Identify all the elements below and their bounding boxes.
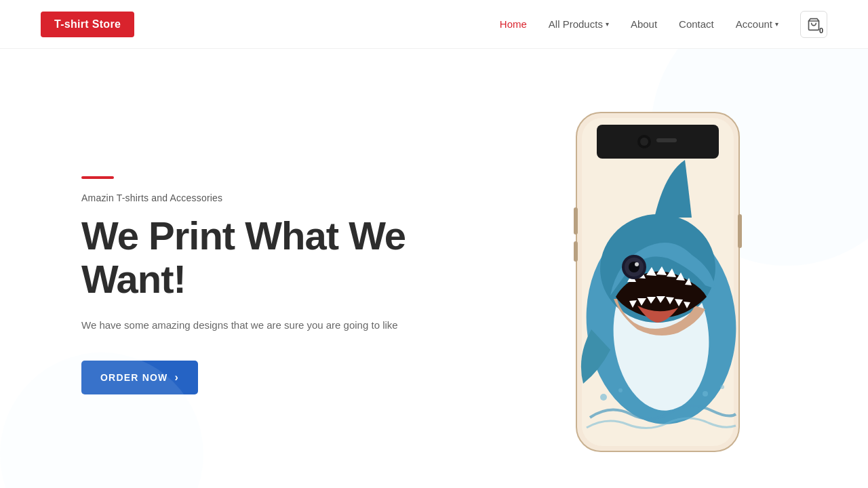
nav-account[interactable]: Account ▾ xyxy=(736,18,778,30)
order-now-button[interactable]: ORDER NOW › xyxy=(81,361,198,394)
nav-about[interactable]: About xyxy=(631,18,657,30)
hero-subtitle: Amazin T-shirts and Accessories xyxy=(81,192,434,203)
svg-rect-34 xyxy=(738,214,742,248)
logo[interactable]: T-shirt Store xyxy=(41,12,134,37)
hero-title-line2: Want! xyxy=(81,257,186,301)
svg-rect-6 xyxy=(656,138,677,142)
svg-point-5 xyxy=(640,138,648,146)
header: T-shirt Store Home All Products ▾ About … xyxy=(0,0,868,49)
svg-rect-33 xyxy=(574,241,578,262)
nav-account-label: Account xyxy=(736,18,772,30)
svg-point-31 xyxy=(720,385,724,389)
phone-mockup-illustration xyxy=(556,106,760,458)
hero-description: We have some amazing designs that we are… xyxy=(81,317,434,333)
svg-point-30 xyxy=(703,391,708,396)
svg-point-27 xyxy=(635,262,639,266)
chevron-down-icon: ▾ xyxy=(606,20,609,28)
nav-contact[interactable]: Contact xyxy=(679,18,714,30)
hero-image xyxy=(488,76,827,488)
cart-button[interactable]: 0 xyxy=(800,11,827,38)
hero-content: Amazin T-shirts and Accessories We Print… xyxy=(81,169,434,394)
svg-rect-32 xyxy=(574,207,578,235)
hero-section: Amazin T-shirts and Accessories We Print… xyxy=(0,49,868,488)
svg-point-28 xyxy=(600,394,607,401)
arrow-right-icon: › xyxy=(174,371,179,384)
hero-title-line1: We Print What We xyxy=(81,214,406,258)
hero-title: We Print What We Want! xyxy=(81,214,434,301)
order-btn-label: ORDER NOW xyxy=(100,372,167,383)
nav-products-label: All Products xyxy=(549,18,603,30)
svg-point-29 xyxy=(618,388,623,392)
main-nav: Home All Products ▾ About Contact Accoun… xyxy=(500,11,827,38)
hero-divider xyxy=(81,176,114,179)
nav-products[interactable]: All Products ▾ xyxy=(549,18,609,30)
nav-home[interactable]: Home xyxy=(500,18,527,30)
cart-count: 0 xyxy=(819,26,823,35)
chevron-down-icon-account: ▾ xyxy=(775,20,778,28)
